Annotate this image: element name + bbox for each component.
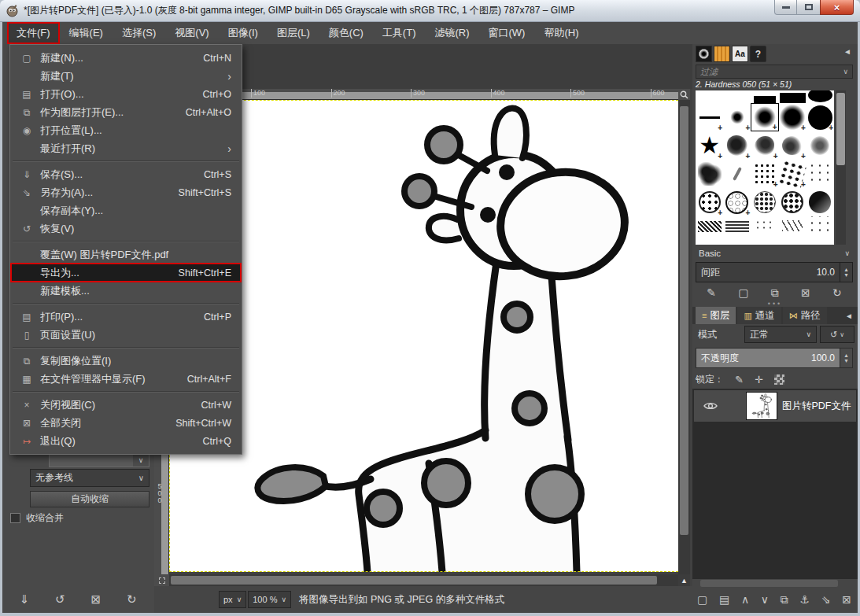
- tab-help[interactable]: ?: [750, 46, 766, 62]
- menu-item-最近打开(R)[interactable]: 最近打开(R)›: [11, 139, 241, 157]
- delete-layer-icon[interactable]: ⊠: [842, 594, 851, 605]
- raise-layer-icon[interactable]: ∧: [741, 594, 749, 605]
- zoom-follow-window-button[interactable]: [678, 89, 690, 100]
- spacing-spinner[interactable]: ▴▾: [840, 262, 853, 282]
- menubar-item-帮助(H)[interactable]: 帮助(H): [534, 22, 588, 44]
- brush-bar-wide[interactable]: [779, 90, 806, 103]
- maximize-button[interactable]: [797, 0, 820, 15]
- brush-ticks[interactable]: [751, 216, 778, 232]
- restore-preset-icon[interactable]: ↺: [55, 593, 65, 605]
- tab-brushes[interactable]: [696, 46, 712, 62]
- edit-brush-icon[interactable]: ✎: [707, 287, 716, 298]
- brush-preset-dropdown[interactable]: Basic ∨: [696, 246, 853, 260]
- tab-fonts[interactable]: Aa: [732, 46, 748, 62]
- unit-dropdown[interactable]: px ∨: [219, 591, 246, 608]
- anchor-layer-icon[interactable]: ⚓: [799, 594, 810, 605]
- horizontal-ruler[interactable]: 100200300400500600: [169, 89, 678, 100]
- menu-item-打印(P)...[interactable]: ▤打印(P)...Ctrl+P: [11, 308, 241, 326]
- brush-scribble[interactable]: [696, 160, 723, 188]
- brush-bar[interactable]: [751, 90, 778, 103]
- move-lock-icon[interactable]: ✛: [755, 374, 763, 385]
- blend-space-button[interactable]: ↺∨: [820, 326, 854, 343]
- guides-dropdown[interactable]: 无参考线 ∨: [30, 469, 149, 487]
- tab-layers[interactable]: ≡图层: [696, 307, 736, 324]
- fill-by-dropdown[interactable]: ∨: [49, 454, 149, 467]
- close-button[interactable]: ×: [820, 0, 854, 15]
- horizontal-scrollbar[interactable]: [169, 574, 678, 586]
- new-layer-icon[interactable]: ▢: [697, 594, 707, 605]
- tab-paths[interactable]: ⋈路径: [783, 307, 827, 324]
- menu-item-恢复(V)[interactable]: ↺恢复(V): [11, 219, 241, 238]
- opacity-spinner[interactable]: ▴▾: [840, 348, 853, 368]
- brush-cell5[interactable]: [806, 188, 834, 216]
- lower-layer-icon[interactable]: ∨: [761, 594, 769, 605]
- image-canvas[interactable]: [169, 100, 678, 572]
- brush-chalk2[interactable]: +: [751, 131, 778, 160]
- tab-channels[interactable]: ▥通道: [737, 307, 781, 324]
- menu-item-页面设置(U)[interactable]: ▯页面设置(U): [11, 326, 241, 344]
- merge-layer-icon[interactable]: ⇘: [821, 594, 831, 605]
- brush-chalk4[interactable]: [806, 131, 834, 160]
- title-bar[interactable]: *[图片转PDF文件] (已导入)-1.0 (灰度 8-bit gamma in…: [0, 0, 860, 22]
- menu-item-打开位置(L)...[interactable]: ◉打开位置(L)...: [11, 121, 241, 139]
- brush-grid-scrollbar[interactable]: [836, 90, 846, 245]
- quick-mask-toggle[interactable]: [154, 574, 169, 586]
- brush-line[interactable]: +: [696, 103, 723, 131]
- collapse-dock-button[interactable]: ◄: [845, 312, 853, 320]
- brush-cell[interactable]: +: [696, 188, 723, 216]
- layer-row[interactable]: 图片转PDF文件: [694, 390, 856, 422]
- menu-item-新建(N)...[interactable]: ▢新建(N)...Ctrl+N: [11, 49, 241, 67]
- brush-blank[interactable]: [696, 90, 723, 103]
- paint-lock-icon[interactable]: ✎: [735, 374, 744, 385]
- menubar-item-工具(T)[interactable]: 工具(T): [373, 22, 426, 44]
- brush-cell3[interactable]: [751, 188, 778, 216]
- delete-preset-icon[interactable]: ⊠: [90, 593, 101, 605]
- menu-item-新建(T)[interactable]: 新建(T)›: [11, 67, 241, 85]
- duplicate-brush-icon[interactable]: ⧉: [771, 287, 779, 298]
- brush-blank[interactable]: [723, 90, 751, 103]
- layer-thumbnail[interactable]: [746, 392, 777, 420]
- alpha-lock-icon[interactable]: [774, 374, 784, 385]
- menubar-item-文件(F)[interactable]: 文件(F): [7, 22, 60, 44]
- brush-sparse[interactable]: [806, 160, 834, 188]
- vertical-scrollbar-thumb[interactable]: [680, 106, 688, 535]
- layer-list-scrollbar[interactable]: [700, 580, 838, 587]
- visibility-eye-icon[interactable]: [703, 401, 718, 411]
- zoom-dropdown[interactable]: 100 % ∨: [248, 591, 291, 608]
- menubar-item-窗口(W)[interactable]: 窗口(W): [479, 22, 535, 44]
- brush-sparse[interactable]: [806, 216, 834, 232]
- reset-preset-icon[interactable]: ↻: [127, 593, 137, 605]
- menu-item-新建模板...[interactable]: 新建模板...: [11, 282, 241, 300]
- menu-item-在文件管理器中显示(F)[interactable]: ▦在文件管理器中显示(F)Ctrl+Alt+F: [11, 370, 241, 388]
- brush-texB[interactable]: [723, 216, 751, 232]
- brush-texA[interactable]: [696, 216, 723, 232]
- collapse-dock-button[interactable]: ◄: [843, 47, 851, 56]
- new-group-icon[interactable]: ▤: [719, 594, 729, 605]
- brush-chalk[interactable]: +: [723, 131, 751, 160]
- menubar-item-视图(V)[interactable]: 视图(V): [165, 22, 218, 44]
- duplicate-layer-icon[interactable]: ⧉: [781, 594, 788, 605]
- shrink-merged-checkbox[interactable]: [10, 513, 20, 523]
- minimize-button[interactable]: [774, 0, 797, 15]
- brush-cell4[interactable]: [779, 188, 806, 216]
- menu-item-另存为(A)...[interactable]: ⇘另存为(A)...Shift+Ctrl+S: [11, 183, 241, 201]
- brush-cell2[interactable]: +: [723, 188, 751, 216]
- opacity-slider[interactable]: 不透明度 100.0: [696, 348, 840, 368]
- menubar-item-编辑(E)[interactable]: 编辑(E): [60, 22, 113, 44]
- brush-spacing-field[interactable]: 间距 10.0: [696, 262, 840, 282]
- menu-item-退出(Q)[interactable]: ↦退出(Q)Ctrl+Q: [11, 432, 241, 450]
- brush-ellipse-cut[interactable]: [806, 90, 834, 103]
- dock-resize-handle[interactable]: •••: [692, 301, 858, 306]
- horizontal-scrollbar-thumb[interactable]: [171, 576, 657, 585]
- refresh-brushes-icon[interactable]: ↻: [832, 287, 842, 298]
- menu-item-保存副本(Y)...[interactable]: 保存副本(Y)...: [11, 201, 241, 219]
- brush-slash[interactable]: [723, 160, 751, 188]
- brush-soft-m[interactable]: +: [751, 103, 778, 131]
- brush-dots[interactable]: +: [751, 160, 778, 188]
- menubar-item-图像(I)[interactable]: 图像(I): [219, 22, 268, 44]
- menubar-item-图层(L)[interactable]: 图层(L): [268, 22, 319, 44]
- brush-soft-s[interactable]: +: [723, 103, 751, 131]
- brush-filter-input[interactable]: 过滤 ∨: [696, 65, 853, 79]
- menubar-item-选择(S)[interactable]: 选择(S): [113, 22, 165, 44]
- vertical-scrollbar[interactable]: [678, 100, 690, 574]
